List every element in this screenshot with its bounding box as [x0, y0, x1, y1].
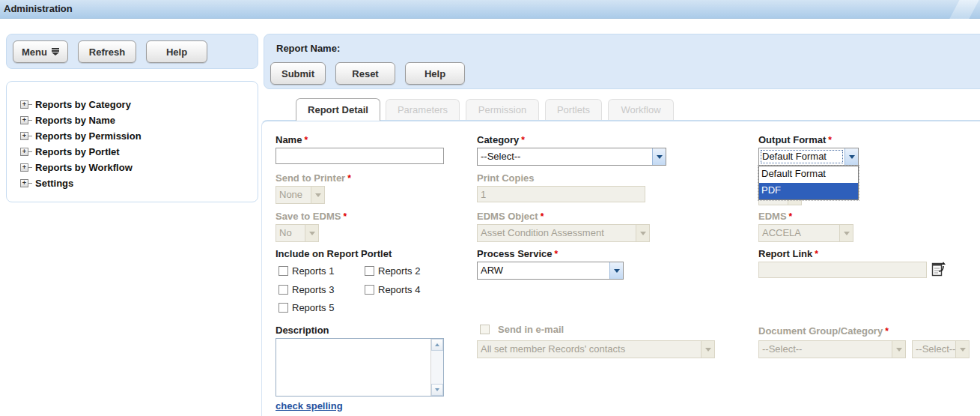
print-copies-input	[477, 186, 645, 202]
send-in-email-checkbox-row: Send in e-mail	[480, 324, 564, 335]
scroll-up-arrow-icon[interactable]	[431, 339, 443, 351]
output-format-dropdown-list: Default Format PDF	[758, 166, 859, 200]
header-shine-decoration	[949, 0, 979, 19]
category-select[interactable]: --Select--	[477, 148, 666, 166]
tab-workflow[interactable]: Workflow	[608, 99, 674, 120]
menu-button[interactable]: Menu	[13, 40, 68, 63]
refresh-button[interactable]: Refresh	[78, 40, 136, 63]
required-asterisk: *	[304, 135, 308, 145]
reports-1-checkbox[interactable]	[279, 266, 288, 276]
tree-connector	[28, 183, 32, 184]
tab-portlets[interactable]: Portlets	[545, 99, 602, 120]
required-asterisk: *	[541, 211, 544, 222]
process-service-select[interactable]: ARW	[477, 262, 624, 280]
reset-button[interactable]: Reset	[335, 62, 395, 85]
help-button-left[interactable]: Help	[146, 40, 207, 63]
dropdown-arrow-icon	[955, 341, 969, 358]
reports-4-checkbox-row[interactable]: Reports 4	[365, 284, 420, 295]
print-copies-label: Print Copies	[477, 172, 535, 184]
tree-connector	[28, 120, 32, 121]
reports-5-checkbox-row[interactable]: Reports 5	[279, 302, 334, 313]
reports-2-checkbox-row[interactable]: Reports 2	[365, 265, 420, 277]
reports-3-checkbox-row[interactable]: Reports 3	[279, 284, 334, 295]
scroll-down-arrow-icon[interactable]	[431, 384, 443, 396]
document-group-category-label: Document Group/Category*	[758, 325, 889, 337]
expand-plus-icon[interactable]: +	[20, 148, 28, 156]
tree-item-settings[interactable]: + Settings	[20, 175, 73, 190]
dropdown-arrow-icon	[701, 341, 714, 358]
reports-2-checkbox[interactable]	[365, 266, 374, 276]
save-to-edms-select: No	[276, 224, 319, 242]
submit-button[interactable]: Submit	[270, 62, 326, 85]
tree-connector	[28, 151, 32, 152]
reports-4-checkbox[interactable]	[365, 285, 374, 295]
tree-item-reports-by-category[interactable]: + Reports by Category	[20, 97, 131, 112]
output-format-label: Output Format*	[758, 134, 832, 145]
document-group-select: --Select--	[758, 340, 906, 358]
report-link-input	[758, 262, 927, 278]
expand-plus-icon[interactable]: +	[20, 132, 28, 140]
edms-object-label: EDMS Object*	[477, 211, 544, 222]
textarea-scrollbar[interactable]	[430, 339, 443, 396]
name-input[interactable]	[276, 148, 444, 164]
required-asterisk: *	[521, 135, 525, 145]
send-to-printer-label: Send to Printer*	[276, 172, 351, 184]
help-button-label: Help	[166, 46, 187, 58]
menu-button-label: Menu	[22, 46, 47, 58]
administration-screen: Administration Menu Refresh Help + Repor…	[0, 0, 980, 416]
dropdown-option-default-format[interactable]: Default Format	[759, 166, 858, 183]
document-category-select: --Select--	[912, 340, 970, 358]
category-label: Category*	[477, 134, 525, 145]
page-title: Administration	[4, 3, 73, 14]
help-button-right[interactable]: Help	[405, 62, 465, 85]
expand-plus-icon[interactable]: +	[20, 179, 28, 187]
dropdown-arrow-icon	[311, 187, 324, 203]
navigation-tree-panel: + Reports by Category + Reports by Name …	[6, 81, 258, 202]
report-header-panel: Report Name: Submit Reset Help	[264, 34, 980, 89]
edms-object-select: Asset Condition Assessment	[477, 224, 650, 242]
required-asterisk: *	[815, 249, 818, 259]
name-label: Name*	[276, 134, 308, 145]
menu-dropdown-icon	[52, 48, 59, 55]
help-button-label: Help	[424, 68, 445, 79]
tab-parameters[interactable]: Parameters	[386, 99, 460, 120]
reports-3-checkbox[interactable]	[279, 285, 288, 295]
dropdown-arrow-icon[interactable]	[652, 148, 666, 165]
include-on-report-portlet-label: Include on Report Portlet	[276, 248, 392, 259]
expand-plus-icon[interactable]: +	[20, 100, 28, 109]
required-asterisk: *	[347, 173, 351, 184]
dropdown-arrow-icon[interactable]	[609, 262, 623, 279]
tree-connector	[28, 136, 32, 136]
check-spelling-link[interactable]: check spelling	[276, 400, 343, 412]
expand-plus-icon[interactable]: +	[20, 163, 28, 172]
edms-label: EDMS*	[758, 211, 792, 222]
email-recipients-select: All set member Records' contacts	[477, 340, 715, 358]
tree-item-reports-by-permission[interactable]: + Reports by Permission	[20, 128, 141, 143]
tree-connector	[28, 167, 32, 168]
dropdown-arrow-icon	[839, 225, 853, 241]
tree-item-reports-by-name[interactable]: + Reports by Name	[20, 112, 115, 127]
tree-item-reports-by-portlet[interactable]: + Reports by Portlet	[20, 144, 120, 159]
dropdown-arrow-icon[interactable]	[844, 148, 858, 165]
dropdown-arrow-icon	[305, 225, 318, 241]
tree-connector	[28, 104, 32, 105]
refresh-button-label: Refresh	[89, 46, 125, 58]
dropdown-arrow-icon	[636, 225, 649, 241]
required-asterisk: *	[885, 326, 889, 337]
expand-plus-icon[interactable]: +	[20, 116, 28, 124]
tree-item-reports-by-workflow[interactable]: + Reports by Workflow	[20, 160, 133, 175]
tab-permission[interactable]: Permission	[466, 99, 539, 120]
description-textarea[interactable]	[276, 339, 430, 396]
report-link-picker-icon[interactable]	[931, 261, 946, 277]
reports-5-checkbox[interactable]	[279, 303, 288, 313]
dropdown-option-pdf-highlighted[interactable]: PDF	[759, 183, 858, 199]
output-format-select[interactable]: Default Format	[758, 148, 859, 166]
description-textarea-wrap	[276, 338, 444, 397]
submit-button-label: Submit	[281, 68, 314, 79]
edms-select: ACCELA	[758, 224, 853, 242]
left-toolbar-panel: Menu Refresh Help	[6, 34, 258, 69]
app-header: Administration	[0, 0, 980, 19]
tab-report-detail[interactable]: Report Detail	[296, 98, 380, 121]
reports-1-checkbox-row[interactable]: Reports 1	[279, 265, 334, 277]
required-asterisk: *	[789, 211, 793, 222]
